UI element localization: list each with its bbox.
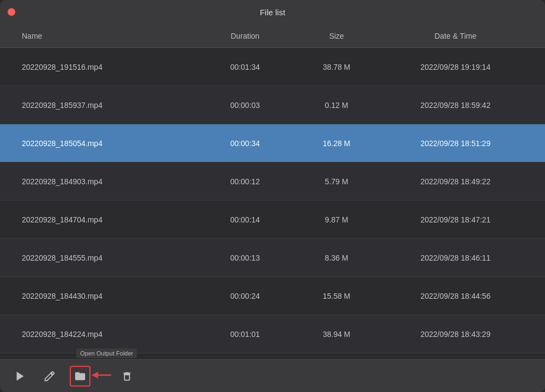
table-row[interactable]: 20220928_184555.mp400:00:138.36 M2022/09… (0, 239, 545, 277)
file-datetime: 2022/09/28 18:49:22 (382, 177, 529, 186)
file-name: 20220928_184555.mp4 (16, 254, 199, 262)
file-datetime: 2022/09/28 18:44:56 (382, 292, 529, 300)
file-size: 5.79 M (291, 177, 383, 186)
table-header: Name Duration Size Date & Time (0, 24, 545, 48)
file-size: 9.87 M (291, 215, 383, 224)
file-datetime: 2022/09/28 18:51:29 (382, 139, 529, 148)
table-row[interactable]: 20220928_185054.mp400:00:3416.28 M2022/0… (0, 124, 545, 162)
svg-marker-0 (17, 371, 24, 381)
delete-icon (121, 370, 133, 382)
file-size: 38.78 M (291, 63, 383, 71)
open-folder-button[interactable] (72, 368, 88, 384)
file-datetime: 2022/09/28 18:47:21 (382, 215, 529, 224)
header-datetime: Date & Time (382, 32, 529, 40)
file-name: 20220928_191516.mp4 (16, 63, 199, 71)
title-bar: File list (0, 0, 545, 24)
edit-button[interactable] (40, 367, 59, 385)
file-datetime: 2022/09/28 18:43:29 (382, 330, 529, 339)
delete-button[interactable] (118, 367, 136, 385)
file-duration: 00:00:12 (199, 177, 291, 186)
file-size: 16.28 M (291, 139, 383, 148)
header-name: Name (16, 32, 199, 40)
window: File list Name Duration Size Date & Time… (0, 0, 545, 392)
file-duration: 00:00:13 (199, 254, 291, 262)
file-duration: 00:00:03 (199, 101, 291, 110)
file-datetime: 2022/09/28 19:19:14 (382, 63, 529, 71)
file-duration: 00:01:34 (199, 63, 291, 71)
svg-marker-2 (92, 372, 98, 378)
table-row[interactable]: 20220928_184430.mp400:00:2415.58 M2022/0… (0, 277, 545, 315)
file-size: 38.94 M (291, 330, 383, 339)
file-name: 20220928_185937.mp4 (16, 101, 199, 110)
file-list: 20220928_191516.mp400:01:3438.78 M2022/0… (0, 48, 545, 359)
table-row[interactable]: 20220928_184903.mp400:00:125.79 M2022/09… (0, 162, 545, 201)
file-name: 20220928_184903.mp4 (16, 177, 199, 186)
toolbar: Open Output Folder (0, 359, 545, 392)
file-size: 8.36 M (291, 254, 383, 262)
table-row[interactable]: 20220928_191516.mp400:01:3438.78 M2022/0… (0, 48, 545, 86)
file-duration: 00:00:14 (199, 215, 291, 224)
file-size: 0.12 M (291, 101, 383, 110)
open-folder-container (70, 366, 90, 387)
table-row[interactable]: 20220928_184704.mp400:00:149.87 M2022/09… (0, 201, 545, 239)
file-duration: 00:00:24 (199, 292, 291, 300)
play-button[interactable] (11, 367, 29, 385)
table-row[interactable]: 20220928_184224.mp400:01:0138.94 M2022/0… (0, 315, 545, 353)
folder-icon (74, 370, 86, 382)
folder-btn-highlight (70, 366, 90, 387)
header-size: Size (291, 32, 383, 40)
file-duration: 00:00:34 (199, 139, 291, 148)
file-name: 20220928_184224.mp4 (16, 330, 199, 339)
file-name: 20220928_184704.mp4 (16, 215, 199, 224)
file-name: 20220928_184430.mp4 (16, 292, 199, 300)
table-row[interactable]: 20220928_185937.mp400:00:030.12 M2022/09… (0, 86, 545, 124)
edit-icon (44, 370, 56, 382)
arrow-icon (92, 370, 111, 380)
file-datetime: 2022/09/28 18:46:11 (382, 254, 529, 262)
file-name: 20220928_185054.mp4 (16, 139, 199, 148)
file-size: 15.58 M (291, 292, 383, 300)
window-title: File list (260, 8, 286, 17)
close-button[interactable] (8, 8, 15, 16)
header-duration: Duration (199, 32, 291, 40)
arrow-indicator (92, 370, 111, 382)
file-datetime: 2022/09/28 18:59:42 (382, 101, 529, 110)
file-duration: 00:01:01 (199, 330, 291, 339)
play-icon (14, 370, 26, 382)
